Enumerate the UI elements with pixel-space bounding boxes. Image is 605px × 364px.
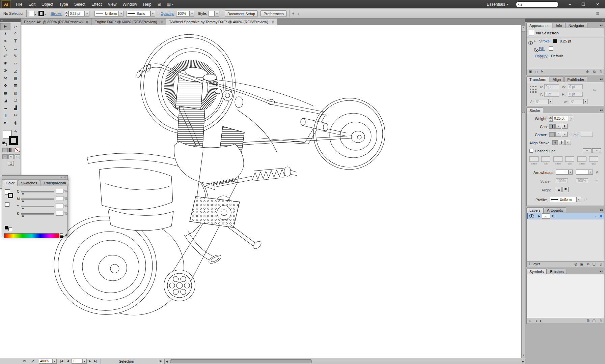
appearance-tab[interactable]: Navigator xyxy=(566,23,587,28)
swap-arrowheads-icon[interactable]: ⇄ xyxy=(596,170,598,174)
appearance-stroke-link[interactable]: Stroke: xyxy=(539,39,551,43)
magic-wand-tool[interactable]: ✶ xyxy=(0,30,10,37)
search-input[interactable] xyxy=(516,1,558,7)
layer-expand-icon[interactable]: ▶ xyxy=(538,215,540,218)
new-stroke-icon[interactable]: ▣ xyxy=(529,70,532,73)
perspective-grid-tool[interactable]: ⊞ xyxy=(10,82,21,89)
rotate-field[interactable]: 0° xyxy=(535,99,548,104)
color-stroke-proxy[interactable] xyxy=(8,193,13,198)
transform-tab[interactable]: Pathfinder xyxy=(564,77,587,82)
shape-builder-tool[interactable]: ❖ xyxy=(0,82,10,89)
appearance-tab[interactable]: Appearance xyxy=(526,23,552,28)
layers-panel-menu-icon[interactable]: ▾≡ xyxy=(600,208,603,212)
rectangle-tool[interactable]: ▭ xyxy=(10,45,21,52)
type-tool[interactable]: T xyxy=(10,37,21,45)
workspace-switcher[interactable]: Essentials ▾ xyxy=(484,0,511,8)
projecting-cap-button[interactable]: ▮ xyxy=(562,124,568,129)
line-segment-tool[interactable]: ╲ xyxy=(0,45,10,52)
y-field[interactable]: 0 pt xyxy=(544,92,559,97)
resize-grip-icon[interactable]: ◢ xyxy=(65,233,67,236)
transform-panel-menu-icon[interactable]: ▾≡ xyxy=(600,78,603,81)
dash-field[interactable]: gap xyxy=(588,156,599,165)
zoom-field[interactable]: 400% xyxy=(39,359,52,364)
brush-dropdown[interactable]: ▾ xyxy=(150,11,155,17)
none-button[interactable] xyxy=(15,148,20,152)
scale-tool[interactable]: ◿ xyxy=(10,67,21,74)
dash-field[interactable]: dash xyxy=(553,156,563,165)
pen-tool[interactable]: ✒ xyxy=(0,37,10,45)
menu-item[interactable]: Object xyxy=(38,0,56,8)
align-outside-button[interactable]: ┨ xyxy=(565,140,571,145)
status-expand-icon[interactable]: ▶ xyxy=(160,359,162,363)
weight-step-down[interactable]: ▼ xyxy=(549,119,553,122)
channel-slider[interactable] xyxy=(21,213,54,215)
lasso-tool[interactable]: ◠ xyxy=(10,30,21,37)
free-transform-tool[interactable]: ▩ xyxy=(10,74,21,82)
place-symbol-icon[interactable]: ⊞ xyxy=(587,319,589,323)
fill-dropdown-icon[interactable]: ▾ xyxy=(35,13,36,16)
brush-combo[interactable]: Basic xyxy=(126,11,150,17)
channel-value-field[interactable] xyxy=(56,196,63,201)
weight-step-up[interactable]: ▲ xyxy=(549,116,553,119)
duplicate-item-icon[interactable]: ⧉ xyxy=(593,70,596,74)
stroke-link[interactable]: Stroke: xyxy=(51,11,62,16)
artboard-nav-icon[interactable]: ⧉ xyxy=(23,359,26,363)
export-icon[interactable]: ↗ xyxy=(31,359,34,363)
constrain-proportions-icon[interactable]: ∞ xyxy=(593,88,596,92)
dash-input[interactable] xyxy=(541,156,550,162)
slider-thumb[interactable] xyxy=(22,192,24,194)
default-stroke-mini[interactable] xyxy=(4,143,7,146)
blend-tool[interactable]: ❍ xyxy=(10,97,21,104)
layer-name[interactable]: 0 xyxy=(552,214,554,218)
direct-selection-tool[interactable]: ▻ xyxy=(10,23,21,30)
close-panel-icon[interactable]: ✕ xyxy=(64,176,66,179)
color-panel-tab[interactable]: Swatches xyxy=(18,180,40,186)
style-dropdown[interactable]: ▾ xyxy=(215,11,219,17)
menu-item[interactable]: Type xyxy=(56,0,71,8)
dash-input[interactable] xyxy=(589,156,598,162)
channel-slider[interactable] xyxy=(21,191,54,192)
stroke-panel-menu-icon[interactable]: ▾≡ xyxy=(600,109,603,112)
appearance-opacity-link[interactable]: Opacity: xyxy=(535,54,548,58)
color-button[interactable] xyxy=(2,148,8,152)
stroke-weight-step-up[interactable]: ▲ xyxy=(65,11,68,14)
symbol-sprayer-tool[interactable]: ☁ xyxy=(0,104,10,112)
delete-item-icon[interactable]: ▯ xyxy=(600,70,602,73)
stroke-panel-tab[interactable]: Stroke xyxy=(526,108,543,113)
fill-expand-icon[interactable]: ▸ xyxy=(534,47,536,50)
delete-layer-icon[interactable]: ▯ xyxy=(600,262,602,266)
scroll-right-icon[interactable]: ▶ xyxy=(522,360,524,363)
shear-field[interactable]: 0° xyxy=(570,99,583,104)
menu-item[interactable]: Select xyxy=(71,0,88,8)
layers-tab[interactable]: Artboards xyxy=(544,207,566,213)
appearance-tab[interactable]: Info xyxy=(553,23,565,28)
transform-tab[interactable]: Transform xyxy=(526,77,549,82)
appearance-stroke-swatch[interactable] xyxy=(553,39,557,43)
align-center-button[interactable]: ╂ xyxy=(552,140,558,145)
transform-tab[interactable]: Align xyxy=(550,77,564,82)
opacity-link[interactable]: Opacity: xyxy=(161,11,174,16)
layer-target-icon[interactable]: ○ xyxy=(595,214,597,218)
channel-value-field[interactable] xyxy=(56,211,63,216)
collapse-panel-icon[interactable]: « xyxy=(61,176,62,179)
eraser-tool[interactable]: ▱ xyxy=(10,60,21,67)
bridge-icon[interactable]: ⊞ xyxy=(155,0,164,8)
weight-dropdown[interactable]: ▾ xyxy=(569,116,573,121)
w-field[interactable]: 0 pt xyxy=(568,84,583,89)
previous-symbol-icon[interactable]: ◂ xyxy=(535,319,537,323)
restore-button[interactable]: ❐ xyxy=(577,0,590,8)
gradient-tool[interactable]: ▧ xyxy=(10,89,21,97)
column-graph-tool[interactable]: ▟ xyxy=(10,104,21,112)
align-inside-button[interactable]: ┠ xyxy=(559,140,565,145)
stroke-weight-dropdown[interactable]: ▾ xyxy=(85,11,89,17)
channel-value-field[interactable] xyxy=(56,204,63,208)
arrowhead-start-combo[interactable] xyxy=(556,170,569,175)
menu-item[interactable]: Help xyxy=(140,0,155,8)
blob-brush-tool[interactable]: ✹ xyxy=(0,60,10,67)
appearance-fill-swatch[interactable] xyxy=(549,47,553,51)
preserve-dash-button[interactable]: ┅ xyxy=(583,148,592,153)
close-tab-icon[interactable]: × xyxy=(161,20,163,24)
rotate-tool[interactable]: ⟳ xyxy=(0,67,10,74)
symbols-panel-menu-icon[interactable]: ▾≡ xyxy=(600,270,603,273)
zoom-dropdown[interactable]: ▾ xyxy=(52,359,57,364)
